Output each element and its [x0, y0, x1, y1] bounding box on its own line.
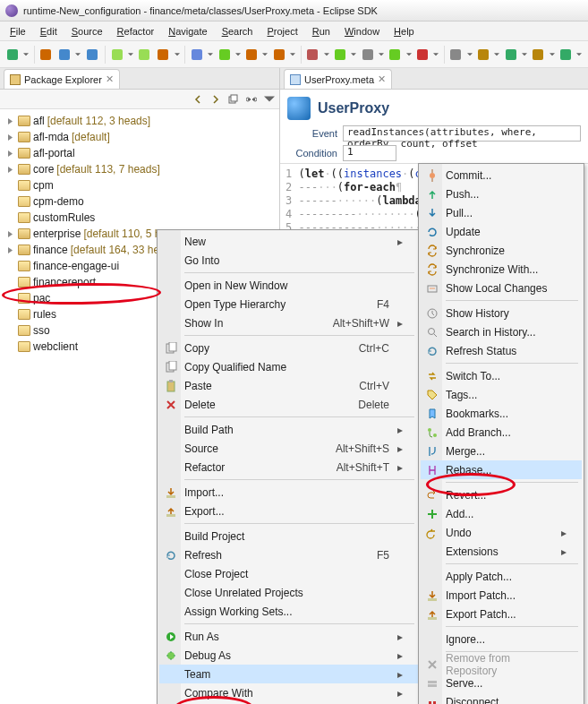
menu-item-push[interactable]: Push...	[421, 185, 582, 203]
open-type-icon[interactable]	[331, 46, 348, 64]
menu-item-go-into[interactable]: Go Into	[159, 251, 418, 270]
back-icon[interactable]	[192, 93, 204, 106]
menu-item-commit[interactable]: Commit...	[421, 166, 582, 185]
menu-item-paste[interactable]: PasteCtrl+V	[159, 376, 418, 395]
menu-item-open-type-hierarchy[interactable]: Open Type HierarchyF4	[159, 295, 418, 313]
menu-item-copy-qualified-name[interactable]: Copy Qualified Name	[159, 357, 418, 376]
menu-help[interactable]: Help	[388, 24, 421, 39]
run-icon[interactable]	[216, 46, 233, 64]
menu-item-refactor[interactable]: RefactorAlt+Shift+T▸	[159, 458, 418, 476]
menu-edit[interactable]: Edit	[34, 24, 64, 39]
menu-item-merge[interactable]: Merge...	[421, 442, 582, 460]
menu-item-extensions[interactable]: Extensions▸	[421, 542, 582, 561]
twistie-icon[interactable]	[5, 342, 15, 352]
new-package-icon[interactable]	[304, 46, 321, 64]
menu-item-show-history[interactable]: Show History	[421, 304, 582, 322]
menu-item-show-in[interactable]: Show InAlt+Shift+W▸	[159, 313, 418, 332]
search-icon[interactable]	[359, 46, 376, 64]
twistie-icon[interactable]	[5, 262, 15, 271]
new-icon[interactable]	[4, 46, 21, 64]
condition-field[interactable]: 1	[343, 145, 396, 161]
dropdown-icon[interactable]	[466, 46, 473, 64]
forward-icon[interactable]	[209, 93, 222, 106]
menu-item-switch-to[interactable]: Switch To...	[421, 366, 582, 385]
menu-item-synchronize-with[interactable]: Synchronize With...	[421, 260, 582, 279]
dropdown-icon[interactable]	[207, 46, 214, 64]
menu-item-add-branch[interactable]: Add Branch...	[421, 423, 582, 442]
dropdown-icon[interactable]	[549, 46, 556, 64]
project-context-menu[interactable]: New▸Go IntoOpen in New WindowOpen Type H…	[157, 229, 421, 704]
menu-item-run-as[interactable]: Run As▸	[159, 627, 418, 646]
dropdown-icon[interactable]	[351, 46, 358, 64]
menu-item-build-path[interactable]: Build Path▸	[159, 420, 418, 439]
last-edit-icon[interactable]	[447, 46, 464, 64]
menu-item-assign-working-sets[interactable]: Assign Working Sets...	[159, 602, 418, 621]
menu-item-bookmarks[interactable]: Bookmarks...	[421, 404, 582, 423]
tree-node-cpm-demo[interactable]: cpm-demo	[5, 193, 279, 210]
menu-item-copy[interactable]: CopyCtrl+C	[159, 339, 418, 357]
dropdown-icon[interactable]	[405, 46, 413, 64]
menu-item-refresh-status[interactable]: Refresh Status	[421, 341, 582, 360]
twistie-icon[interactable]	[5, 245, 15, 255]
menu-item-add[interactable]: Add...	[421, 504, 582, 523]
dropdown-icon[interactable]	[174, 46, 181, 64]
twistie-icon[interactable]	[5, 149, 15, 159]
twistie-icon[interactable]	[5, 181, 15, 191]
toggle-icon[interactable]	[530, 46, 547, 64]
twistie-icon[interactable]	[5, 326, 15, 336]
menu-item-ignore[interactable]: Ignore...	[421, 630, 582, 648]
twistie-icon[interactable]	[5, 278, 15, 288]
menu-item-delete[interactable]: DeleteDelete	[159, 395, 418, 414]
dropdown-icon[interactable]	[289, 46, 296, 64]
tree-node-core[interactable]: core [default 113, 7 heads]	[5, 161, 279, 177]
dropdown-icon[interactable]	[234, 46, 242, 64]
twistie-icon[interactable]	[5, 165, 15, 175]
menu-run[interactable]: Run	[306, 24, 337, 39]
dropdown-icon[interactable]	[494, 46, 501, 64]
menu-item-new[interactable]: New▸	[159, 232, 418, 251]
menu-item-export-patch[interactable]: Export Patch...	[421, 605, 582, 623]
twistie-icon[interactable]	[5, 229, 15, 239]
menu-item-update[interactable]: Update	[421, 222, 582, 241]
debug-config-icon[interactable]	[155, 46, 172, 64]
menu-source[interactable]: Source	[65, 24, 109, 39]
new-java-icon[interactable]	[270, 46, 287, 64]
dropdown-icon[interactable]	[75, 46, 82, 64]
menu-item-undo[interactable]: Undo▸	[421, 523, 582, 542]
dropdown-icon[interactable]	[378, 46, 385, 64]
dropdown-icon[interactable]	[432, 46, 439, 64]
menu-item-synchronize[interactable]: Synchronize	[421, 241, 582, 260]
close-icon[interactable]: ✕	[106, 73, 114, 85]
close-icon[interactable]: ✕	[378, 73, 386, 85]
dropdown-icon[interactable]	[262, 46, 269, 64]
annotation-next-icon[interactable]	[413, 46, 430, 64]
menu-item-disconnect[interactable]: Disconnect	[421, 692, 582, 704]
menu-window[interactable]: Window	[338, 24, 386, 39]
dropdown-icon[interactable]	[22, 46, 30, 64]
dropdown-icon[interactable]	[323, 46, 330, 64]
menu-item-close-project[interactable]: Close Project	[159, 564, 418, 583]
menu-item-tags[interactable]: Tags...	[421, 385, 582, 404]
editor-tab[interactable]: UserProxy.meta ✕	[284, 69, 392, 89]
menu-item-compare-with[interactable]: Compare With▸	[159, 683, 418, 702]
view-menu-icon[interactable]	[263, 93, 276, 106]
twistie-icon[interactable]	[5, 197, 15, 207]
save-all-icon[interactable]	[56, 46, 73, 64]
menu-item-search-in-history[interactable]: Search in History...	[421, 322, 582, 341]
twistie-icon[interactable]	[5, 310, 15, 320]
menu-item-refresh[interactable]: RefreshF5	[159, 545, 418, 564]
menu-item-rebase[interactable]: Rebase...	[421, 460, 582, 479]
dropdown-icon[interactable]	[575, 46, 583, 64]
tree-node-afl[interactable]: afl [default 112, 3 heads]	[5, 113, 279, 129]
main-toolbar[interactable]	[0, 41, 588, 68]
menu-item-import-patch[interactable]: Import Patch...	[421, 586, 582, 605]
dropdown-icon[interactable]	[127, 46, 134, 64]
external-tools-icon[interactable]	[243, 46, 260, 64]
menu-item-serve[interactable]: Serve...	[421, 674, 582, 692]
skip-breakpoints-icon[interactable]	[108, 46, 125, 64]
twistie-icon[interactable]	[5, 133, 15, 142]
menu-refactor[interactable]: Refactor	[111, 24, 161, 39]
twistie-icon[interactable]	[5, 116, 15, 126]
menu-item-import[interactable]: Import...	[159, 483, 418, 502]
dropdown-icon[interactable]	[521, 46, 528, 64]
